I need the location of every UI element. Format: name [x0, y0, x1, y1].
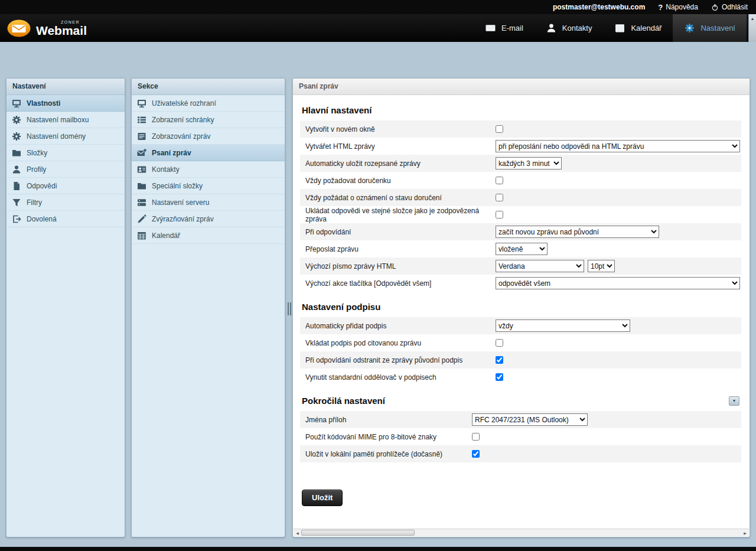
question-icon: ?: [658, 3, 663, 12]
settings-item-label: Složky: [27, 149, 47, 157]
checkbox-vzdy-pozadat-o-oznameni-o-stavu-doruceni[interactable]: [496, 194, 503, 201]
logo-name: Webmail: [36, 24, 87, 37]
main-content: Hlavní nastaveníVytvořit v novém okněVyt…: [293, 95, 750, 530]
envelope-icon: [485, 23, 496, 33]
checkbox-vynutit-standardni-oddelovac-v-podpisech[interactable]: [496, 373, 503, 381]
sections-item-zvyraznovani-zprav[interactable]: Zvýrazňování zpráv: [132, 211, 285, 227]
select-vychozi-pismo-zpravy-html[interactable]: Verdana: [496, 260, 584, 272]
sections-item-label: Zvýrazňování zpráv: [152, 215, 214, 223]
filter-icon: [12, 198, 21, 207]
checkbox-ulozit-v-lokalni-pameti-prohlizece-docasne[interactable]: [472, 450, 480, 458]
setting-control: Verdana10pt: [496, 258, 741, 274]
compose-icon: [137, 148, 146, 158]
settings-item-dovolena[interactable]: Dovolená: [6, 211, 125, 227]
sections-panel: Sekce Uživatelské rozhraníZobrazení schr…: [131, 78, 285, 537]
select-pri-odpovidani[interactable]: začít novou zprávu nad původní: [496, 226, 659, 238]
settings-item-odpovedi[interactable]: Odpovědi: [6, 178, 125, 194]
settings-item-label: Vlastnosti: [27, 99, 60, 107]
select-vytvaret-html-zpravy[interactable]: při přeposlání nebo odpovědi na HTML zpr…: [496, 140, 740, 152]
setting-label: Vždy požadovat doručenku: [305, 177, 496, 185]
help-link[interactable]: ? Nápověda: [658, 3, 698, 12]
gear-icon: [684, 23, 695, 33]
settings-item-label: Nastavení domény: [27, 132, 86, 141]
settings-groups: Hlavní nastaveníVytvořit v novém okněVyt…: [300, 105, 741, 462]
setting-control: [496, 123, 741, 135]
sections-item-kalendar[interactable]: Kalendář: [132, 227, 285, 244]
logout-link[interactable]: Odhlásit: [711, 3, 748, 11]
sections-item-zobrazeni-schranky[interactable]: Zobrazení schránky: [132, 112, 285, 128]
sections-item-kontakty[interactable]: Kontakty: [132, 161, 285, 178]
setting-control: [472, 431, 741, 442]
settings-item-nastaveni-domeny[interactable]: Nastavení domény: [6, 128, 125, 145]
setting-row: Vkládat podpis pod citovanou zprávu: [300, 334, 741, 351]
setting-label: Při odpovídání: [305, 228, 496, 236]
setting-control: [496, 209, 741, 220]
scrollbar-thumb[interactable]: [301, 530, 415, 536]
folder-icon: [12, 148, 21, 158]
nav-item-kontakty[interactable]: Kontakty: [535, 14, 604, 42]
setting-label: Vždy požádat o oznámení o stavu doručení: [305, 194, 496, 202]
sections-item-label: Speciální složky: [152, 182, 203, 190]
setting-label: Výchozí akce tlačítka [Odpovědět všem]: [305, 279, 496, 288]
sections-item-specialni-slozky[interactable]: Speciální složky: [132, 178, 285, 194]
main-panel-title: Psaní zpráv: [293, 79, 750, 95]
scrollbar-up-arrow[interactable]: ▲: [748, 14, 756, 42]
main-nav: E-mailKontaktyKalendářNastavení: [474, 14, 747, 42]
nav-item-kalendar[interactable]: Kalendář: [603, 14, 673, 42]
scrollbar-track[interactable]: [301, 529, 741, 536]
select-automaticky-ulozit-rozepsane-zpravy[interactable]: každých 3 minut: [496, 157, 562, 169]
bottom-bar: [0, 547, 756, 551]
settings-item-profily[interactable]: Profily: [6, 161, 125, 178]
setting-row: Automaticky uložit rozepsané zprávykaždý…: [300, 155, 741, 172]
sections-item-nastaveni-serveru[interactable]: Nastavení serveru: [132, 194, 285, 211]
scroll-left-arrow[interactable]: ◀: [294, 531, 301, 535]
panel-splitter[interactable]: [286, 301, 292, 317]
setting-control: [496, 371, 741, 383]
checkbox-ukladat-odpovedi-ve-stejne-slozce-jako-je-zodpovezena-zprava[interactable]: [496, 211, 503, 219]
select-automaticky-pridat-podpis[interactable]: vždy: [496, 319, 630, 332]
settings-group: Hlavní nastaveníVytvořit v novém okněVyt…: [300, 105, 741, 292]
collapse-section-button[interactable]: ▼: [729, 396, 739, 406]
server-icon: [137, 198, 146, 207]
setting-label: Vytvořit v novém okně: [305, 125, 496, 133]
settings-item-filtry[interactable]: Filtry: [6, 194, 125, 211]
settings-item-nastaveni-mailboxu[interactable]: Nastavení mailboxu: [6, 112, 125, 128]
select-vychozi-pismo-zpravy-html-size[interactable]: 10pt: [588, 260, 615, 272]
sections-item-label: Zobrazení schránky: [152, 116, 214, 124]
setting-control: RFC 2047/2231 (MS Outlook): [472, 412, 741, 428]
sections-item-label: Nastavení serveru: [152, 198, 209, 207]
select-preposlat-zpravu[interactable]: vloženě: [496, 243, 548, 255]
settings-item-vlastnosti[interactable]: Vlastnosti: [6, 95, 125, 112]
checkbox-vzdy-pozadovat-dorucenku[interactable]: [496, 177, 503, 184]
help-label: Nápověda: [666, 3, 698, 11]
settings-item-slozky[interactable]: Složky: [6, 145, 125, 161]
save-button[interactable]: Uložit: [302, 490, 343, 506]
setting-label: Výchozí písmo zprávy HTML: [305, 262, 496, 270]
nav-item-nastaveni[interactable]: Nastavení: [673, 14, 747, 42]
settings-item-label: Profily: [27, 165, 46, 174]
sections-item-uzivatelske-rozhrani[interactable]: Uživatelské rozhraní: [132, 95, 285, 112]
checkbox-pri-odpovidani-odstranit-ze-zpravy-puvodni-podpis[interactable]: [496, 356, 503, 364]
scroll-right-arrow[interactable]: ▶: [741, 531, 749, 535]
checkbox-pouzit-kodovani-mime-pro-8-bitove-znaky[interactable]: [472, 433, 480, 441]
setting-row: Při odpovídánízačít novou zprávu nad pův…: [300, 223, 741, 240]
nav-item-e-mail[interactable]: E-mail: [474, 14, 535, 42]
checkbox-vytvorit-v-novem-okne[interactable]: [496, 125, 503, 133]
settings-group: Nastavení podpisuAutomaticky přidat podp…: [300, 302, 741, 386]
setting-label: Vkládat podpis pod citovanou zprávu: [305, 339, 496, 347]
setting-row: Automaticky přidat podpisvždy: [300, 317, 741, 334]
checkbox-vkladat-podpis-pod-citovanou-zpravu[interactable]: [496, 339, 503, 347]
sections-item-zobrazovani-zprav[interactable]: Zobrazování zpráv: [132, 128, 285, 145]
select-vychozi-akce-tlacitka-odpovedet-vsem[interactable]: odpovědět všem: [496, 277, 740, 289]
sections-item-label: Uživatelské rozhraní: [152, 99, 216, 107]
sections-item-label: Kalendář: [152, 232, 180, 240]
person-icon: [12, 165, 21, 174]
setting-control: odpovědět všem: [496, 275, 741, 291]
setting-control: každých 3 minut: [496, 155, 741, 171]
sections-panel-title: Sekce: [132, 79, 285, 95]
sections-item-label: Zobrazování zpráv: [152, 132, 210, 141]
setting-row: Vždy požadovat doručenku: [300, 172, 741, 189]
group-heading-label: Hlavní nastavení: [302, 105, 372, 115]
select-jmena-priloh[interactable]: RFC 2047/2231 (MS Outlook): [472, 413, 588, 426]
sections-item-psani-zprav[interactable]: Psaní zpráv: [132, 145, 285, 161]
